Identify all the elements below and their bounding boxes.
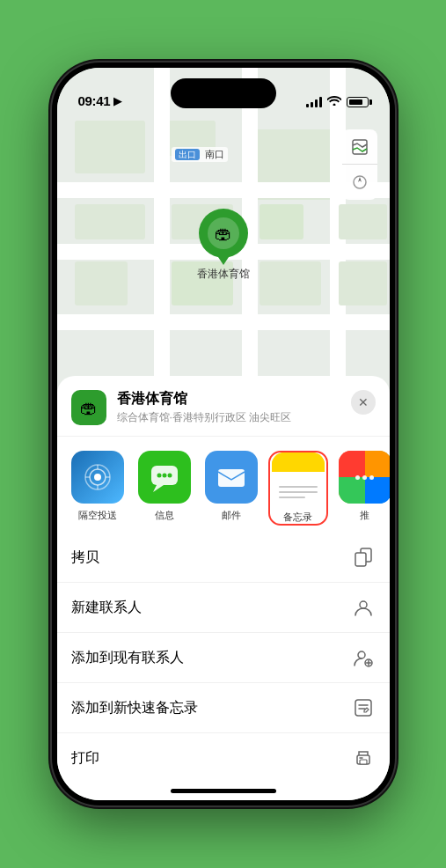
action-copy-label: 拷贝 <box>71 548 351 567</box>
new-contact-icon <box>351 595 376 620</box>
notes-label: 备忘录 <box>283 511 312 524</box>
share-item-airdrop[interactable]: 隔空投送 <box>68 451 128 526</box>
map-road <box>57 314 390 330</box>
more-label: 推 <box>360 509 369 522</box>
home-indicator <box>171 789 276 793</box>
map-block <box>260 204 303 239</box>
phone-frame: 09:41 ▶ <box>52 63 395 805</box>
airdrop-label: 隔空投送 <box>78 509 117 522</box>
map-block <box>75 261 128 305</box>
battery-icon <box>347 97 369 107</box>
svg-point-9 <box>167 474 172 478</box>
signal-bar-1 <box>306 104 309 107</box>
close-button[interactable]: ✕ <box>351 390 376 415</box>
location-description: 综合体育馆·香港特别行政区 油尖旺区 <box>117 410 376 425</box>
map-block <box>260 261 321 305</box>
location-icon: ▶ <box>113 94 122 107</box>
map-block <box>75 204 145 239</box>
action-copy[interactable]: 拷贝 <box>57 533 390 583</box>
marker-label: 香港体育馆 <box>197 267 250 282</box>
action-new-contact[interactable]: 新建联系人 <box>57 583 390 633</box>
copy-icon <box>351 545 376 570</box>
action-add-contact-label: 添加到现有联系人 <box>71 649 351 667</box>
action-quick-note[interactable]: 添加到新快速备忘录 <box>57 683 390 733</box>
battery-fill <box>349 99 362 105</box>
signal-bar-4 <box>319 97 322 107</box>
location-marker[interactable]: 🏟 香港体育馆 <box>197 209 250 282</box>
share-item-notes[interactable]: 备忘录 <box>268 451 328 526</box>
location-info: 香港体育馆 综合体育馆·香港特别行政区 油尖旺区 <box>117 390 376 425</box>
action-print-label: 打印 <box>71 749 351 768</box>
signal-bar-2 <box>311 102 313 107</box>
share-item-messages[interactable]: 信息 <box>135 451 194 526</box>
phone-screen: 09:41 ▶ <box>57 68 390 800</box>
action-quick-note-label: 添加到新快速备忘录 <box>71 699 351 717</box>
action-print[interactable]: 打印 <box>57 733 390 783</box>
action-add-contact[interactable]: 添加到现有联系人 <box>57 633 390 683</box>
map-label-nankou: 出口 南口 <box>172 147 228 162</box>
print-icon <box>351 746 376 770</box>
signal-bars-icon <box>306 97 322 107</box>
location-name: 香港体育馆 <box>117 390 376 408</box>
svg-rect-10 <box>218 469 245 487</box>
svg-marker-6 <box>153 485 164 492</box>
svg-point-14 <box>358 651 365 658</box>
wifi-icon <box>327 95 341 108</box>
compass-button[interactable] <box>342 165 377 200</box>
status-icons <box>306 95 369 108</box>
svg-point-8 <box>162 474 166 478</box>
mail-label: 邮件 <box>222 509 241 522</box>
map-controls <box>342 129 377 200</box>
share-row: 隔空投送 信息 <box>57 437 390 533</box>
notes-icon <box>272 452 325 505</box>
quick-note-icon <box>351 695 376 720</box>
map-block <box>339 261 387 305</box>
share-item-mail[interactable]: 邮件 <box>201 451 261 526</box>
map-type-button[interactable] <box>342 129 377 165</box>
svg-rect-18 <box>360 760 367 764</box>
map-block <box>339 204 387 239</box>
signal-bar-3 <box>315 99 318 107</box>
svg-rect-0 <box>353 140 367 154</box>
location-header: 🏟 香港体育馆 综合体育馆·香港特别行政区 油尖旺区 ✕ <box>57 376 390 437</box>
more-icon <box>339 451 390 504</box>
mail-icon <box>205 451 258 504</box>
svg-point-4 <box>94 474 101 481</box>
map-label-text: 南口 <box>205 149 224 159</box>
map-tag: 出口 <box>175 149 200 160</box>
svg-rect-16 <box>355 700 371 716</box>
messages-label: 信息 <box>155 509 174 522</box>
svg-point-13 <box>360 601 367 608</box>
map-block <box>75 121 145 173</box>
bottom-sheet: 🏟 香港体育馆 综合体育馆·香港特别行政区 油尖旺区 ✕ <box>57 376 390 800</box>
messages-icon <box>138 451 191 504</box>
marker-background: 🏟 <box>199 209 248 258</box>
action-new-contact-label: 新建联系人 <box>71 599 351 617</box>
status-time: 09:41 <box>78 93 111 108</box>
svg-rect-12 <box>355 553 366 566</box>
share-item-more[interactable]: 推 <box>335 451 390 526</box>
add-contact-icon <box>351 645 376 670</box>
svg-point-7 <box>157 474 161 478</box>
marker-inner: 🏟 <box>208 217 239 249</box>
airdrop-icon <box>71 451 124 504</box>
location-logo: 🏟 <box>71 390 106 425</box>
dynamic-island <box>171 78 276 108</box>
